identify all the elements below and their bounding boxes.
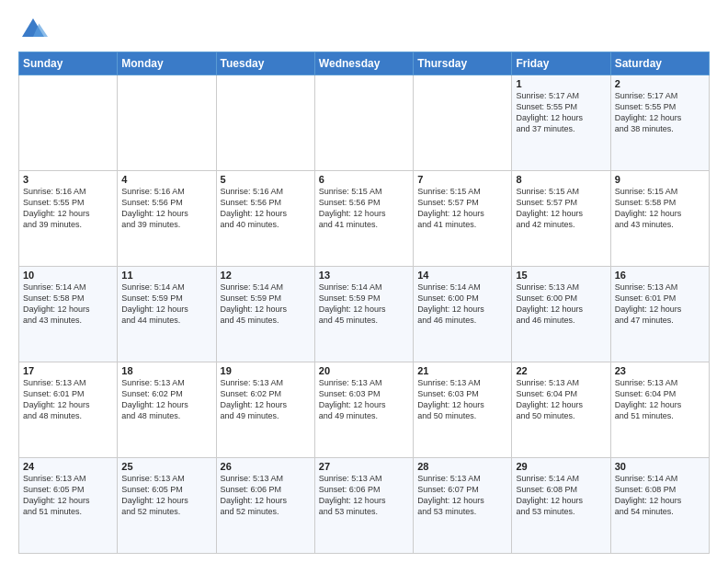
- day-info: Sunrise: 5:14 AM Sunset: 6:00 PM Dayligh…: [417, 282, 507, 327]
- day-info: Sunrise: 5:14 AM Sunset: 6:08 PM Dayligh…: [516, 473, 606, 518]
- day-info: Sunrise: 5:13 AM Sunset: 6:01 PM Dayligh…: [23, 377, 113, 422]
- header-row: SundayMondayTuesdayWednesdayThursdayFrid…: [19, 52, 710, 75]
- day-info: Sunrise: 5:17 AM Sunset: 5:55 PM Dayligh…: [615, 90, 705, 135]
- calendar-cell: 10Sunrise: 5:14 AM Sunset: 5:58 PM Dayli…: [19, 267, 118, 362]
- calendar-cell: 11Sunrise: 5:14 AM Sunset: 5:59 PM Dayli…: [118, 267, 216, 362]
- day-info: Sunrise: 5:16 AM Sunset: 5:55 PM Dayligh…: [23, 186, 113, 231]
- day-number: 17: [23, 365, 113, 376]
- calendar-week-row: 10Sunrise: 5:14 AM Sunset: 5:58 PM Dayli…: [19, 267, 710, 362]
- day-number: 16: [615, 270, 705, 281]
- calendar-cell: 28Sunrise: 5:13 AM Sunset: 6:07 PM Dayli…: [414, 458, 512, 554]
- day-info: Sunrise: 5:13 AM Sunset: 6:04 PM Dayligh…: [615, 377, 705, 422]
- logo-icon: [18, 15, 48, 44]
- day-info: Sunrise: 5:13 AM Sunset: 6:06 PM Dayligh…: [319, 473, 409, 518]
- calendar-header: SundayMondayTuesdayWednesdayThursdayFrid…: [19, 52, 710, 75]
- day-number: 11: [121, 270, 211, 281]
- calendar-cell: 15Sunrise: 5:13 AM Sunset: 6:00 PM Dayli…: [512, 267, 610, 362]
- calendar-cell: 9Sunrise: 5:15 AM Sunset: 5:58 PM Daylig…: [610, 171, 709, 267]
- calendar-cell: 26Sunrise: 5:13 AM Sunset: 6:06 PM Dayli…: [216, 458, 314, 554]
- day-info: Sunrise: 5:13 AM Sunset: 6:00 PM Dayligh…: [516, 282, 606, 327]
- calendar-cell: 7Sunrise: 5:15 AM Sunset: 5:57 PM Daylig…: [414, 171, 512, 267]
- calendar-cell: 27Sunrise: 5:13 AM Sunset: 6:06 PM Dayli…: [314, 458, 413, 554]
- day-info: Sunrise: 5:14 AM Sunset: 5:59 PM Dayligh…: [319, 282, 409, 327]
- day-number: 24: [23, 461, 113, 472]
- day-info: Sunrise: 5:13 AM Sunset: 6:02 PM Dayligh…: [221, 377, 311, 422]
- calendar-cell: [19, 75, 118, 171]
- day-number: 23: [615, 365, 705, 376]
- day-info: Sunrise: 5:13 AM Sunset: 6:06 PM Dayligh…: [221, 473, 311, 518]
- day-info: Sunrise: 5:13 AM Sunset: 6:07 PM Dayligh…: [417, 473, 507, 518]
- day-number: 15: [516, 270, 606, 281]
- day-number: 5: [221, 174, 311, 185]
- calendar-cell: 8Sunrise: 5:15 AM Sunset: 5:57 PM Daylig…: [512, 171, 610, 267]
- day-number: 4: [121, 174, 211, 185]
- calendar-week-row: 1Sunrise: 5:17 AM Sunset: 5:55 PM Daylig…: [19, 75, 710, 171]
- day-number: 8: [516, 174, 606, 185]
- calendar-cell: 1Sunrise: 5:17 AM Sunset: 5:55 PM Daylig…: [512, 75, 610, 171]
- calendar-cell: 5Sunrise: 5:16 AM Sunset: 5:56 PM Daylig…: [216, 171, 314, 267]
- day-number: 20: [319, 365, 409, 376]
- calendar-cell: 6Sunrise: 5:15 AM Sunset: 5:56 PM Daylig…: [314, 171, 413, 267]
- calendar-cell: 19Sunrise: 5:13 AM Sunset: 6:02 PM Dayli…: [216, 362, 314, 458]
- day-of-week-header: Saturday: [610, 52, 709, 75]
- calendar-cell: 23Sunrise: 5:13 AM Sunset: 6:04 PM Dayli…: [610, 362, 709, 458]
- day-number: 25: [121, 461, 211, 472]
- day-info: Sunrise: 5:16 AM Sunset: 5:56 PM Dayligh…: [121, 186, 211, 231]
- day-number: 1: [516, 78, 606, 89]
- calendar-week-row: 17Sunrise: 5:13 AM Sunset: 6:01 PM Dayli…: [19, 362, 710, 458]
- day-info: Sunrise: 5:14 AM Sunset: 5:59 PM Dayligh…: [221, 282, 311, 327]
- day-number: 12: [221, 270, 311, 281]
- day-info: Sunrise: 5:13 AM Sunset: 6:02 PM Dayligh…: [121, 377, 211, 422]
- calendar-week-row: 3Sunrise: 5:16 AM Sunset: 5:55 PM Daylig…: [19, 171, 710, 267]
- calendar-cell: [118, 75, 216, 171]
- day-number: 10: [23, 270, 113, 281]
- day-number: 3: [23, 174, 113, 185]
- day-number: 6: [319, 174, 409, 185]
- day-info: Sunrise: 5:15 AM Sunset: 5:57 PM Dayligh…: [516, 186, 606, 231]
- day-number: 22: [516, 365, 606, 376]
- day-number: 29: [516, 461, 606, 472]
- day-info: Sunrise: 5:15 AM Sunset: 5:58 PM Dayligh…: [615, 186, 705, 231]
- day-of-week-header: Monday: [118, 52, 216, 75]
- day-info: Sunrise: 5:13 AM Sunset: 6:05 PM Dayligh…: [121, 473, 211, 518]
- calendar-cell: 2Sunrise: 5:17 AM Sunset: 5:55 PM Daylig…: [610, 75, 709, 171]
- day-number: 30: [615, 461, 705, 472]
- day-number: 2: [615, 78, 705, 89]
- day-number: 13: [319, 270, 409, 281]
- day-of-week-header: Tuesday: [216, 52, 314, 75]
- page: SundayMondayTuesdayWednesdayThursdayFrid…: [0, 0, 728, 563]
- calendar-cell: [414, 75, 512, 171]
- day-info: Sunrise: 5:15 AM Sunset: 5:57 PM Dayligh…: [417, 186, 507, 231]
- day-of-week-header: Sunday: [19, 52, 118, 75]
- calendar-table: SundayMondayTuesdayWednesdayThursdayFrid…: [18, 52, 710, 554]
- calendar-cell: 30Sunrise: 5:14 AM Sunset: 6:08 PM Dayli…: [610, 458, 709, 554]
- calendar-cell: 12Sunrise: 5:14 AM Sunset: 5:59 PM Dayli…: [216, 267, 314, 362]
- day-info: Sunrise: 5:13 AM Sunset: 6:01 PM Dayligh…: [615, 282, 705, 327]
- day-number: 14: [417, 270, 507, 281]
- day-info: Sunrise: 5:14 AM Sunset: 5:59 PM Dayligh…: [121, 282, 211, 327]
- calendar-cell: 16Sunrise: 5:13 AM Sunset: 6:01 PM Dayli…: [610, 267, 709, 362]
- day-info: Sunrise: 5:14 AM Sunset: 5:58 PM Dayligh…: [23, 282, 113, 327]
- day-number: 9: [615, 174, 705, 185]
- day-number: 19: [221, 365, 311, 376]
- calendar-cell: [216, 75, 314, 171]
- calendar-cell: 17Sunrise: 5:13 AM Sunset: 6:01 PM Dayli…: [19, 362, 118, 458]
- calendar-cell: 20Sunrise: 5:13 AM Sunset: 6:03 PM Dayli…: [314, 362, 413, 458]
- logo: [18, 15, 51, 44]
- day-info: Sunrise: 5:15 AM Sunset: 5:56 PM Dayligh…: [319, 186, 409, 231]
- day-number: 27: [319, 461, 409, 472]
- calendar-cell: 21Sunrise: 5:13 AM Sunset: 6:03 PM Dayli…: [414, 362, 512, 458]
- calendar-body: 1Sunrise: 5:17 AM Sunset: 5:55 PM Daylig…: [19, 75, 710, 554]
- day-of-week-header: Thursday: [414, 52, 512, 75]
- calendar-week-row: 24Sunrise: 5:13 AM Sunset: 6:05 PM Dayli…: [19, 458, 710, 554]
- calendar-cell: 18Sunrise: 5:13 AM Sunset: 6:02 PM Dayli…: [118, 362, 216, 458]
- day-info: Sunrise: 5:13 AM Sunset: 6:03 PM Dayligh…: [319, 377, 409, 422]
- day-of-week-header: Friday: [512, 52, 610, 75]
- day-info: Sunrise: 5:13 AM Sunset: 6:05 PM Dayligh…: [23, 473, 113, 518]
- calendar-cell: 24Sunrise: 5:13 AM Sunset: 6:05 PM Dayli…: [19, 458, 118, 554]
- day-number: 28: [417, 461, 507, 472]
- day-number: 26: [221, 461, 311, 472]
- calendar-cell: 22Sunrise: 5:13 AM Sunset: 6:04 PM Dayli…: [512, 362, 610, 458]
- calendar-cell: 14Sunrise: 5:14 AM Sunset: 6:00 PM Dayli…: [414, 267, 512, 362]
- day-number: 7: [417, 174, 507, 185]
